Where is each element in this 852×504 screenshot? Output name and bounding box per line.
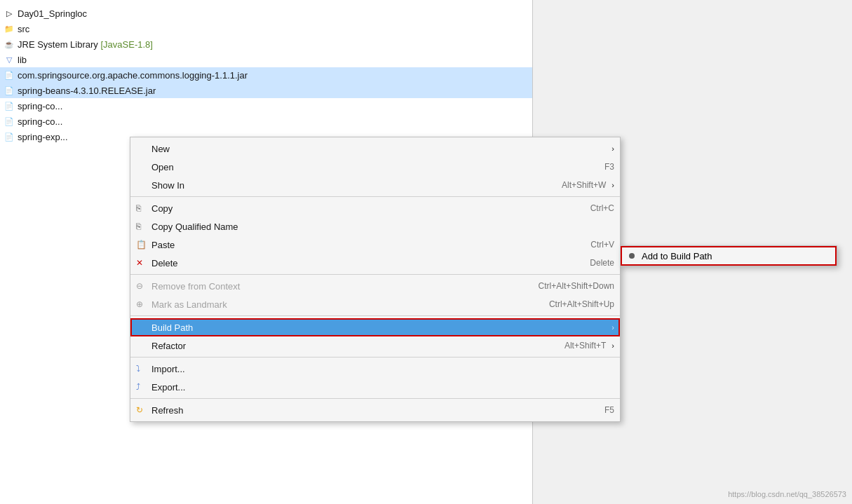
paste-icon: 📋: [136, 240, 147, 250]
tree-item-jar2[interactable]: 📄 spring-beans-4.3.10.RELEASE.jar: [0, 83, 532, 98]
menu-item-remove-context[interactable]: ⊖ Remove from Context Ctrl+Alt+Shift+Dow…: [130, 277, 620, 295]
new-arrow-icon: ›: [611, 144, 614, 153]
menu-item-new[interactable]: New ›: [130, 139, 620, 158]
menu-item-refactor[interactable]: Refactor Alt+Shift+T ›: [130, 336, 620, 355]
copy-shortcut: Ctrl+C: [590, 203, 614, 213]
tree-item-jar4[interactable]: 📄 spring-co...: [0, 114, 532, 129]
add-to-build-path-dot-icon: [629, 253, 635, 259]
src-label: src: [18, 24, 29, 34]
export-icon: ⤴: [136, 382, 140, 392]
remove-context-icon: ⊖: [136, 281, 143, 291]
refresh-shortcut: F5: [604, 405, 614, 415]
tree-item-jar3[interactable]: 📄 spring-co...: [0, 98, 532, 114]
menu-remove-context-label: Remove from Context: [151, 281, 539, 292]
project-label: Day01_Springloc: [18, 8, 87, 19]
menu-item-export[interactable]: ⤴ Export...: [130, 378, 620, 396]
show-in-arrow-icon: ›: [611, 181, 614, 189]
jar1-icon: 📄: [3, 69, 15, 81]
menu-refactor-label: Refactor: [151, 341, 564, 351]
menu-build-path-label: Build Path: [151, 322, 606, 333]
show-in-shortcut: Alt+Shift+W: [562, 180, 606, 190]
menu-item-copy-qualified[interactable]: ⎘ Copy Qualified Name: [130, 217, 620, 236]
jre-icon: ☕: [3, 39, 15, 50]
menu-item-open[interactable]: Open F3: [130, 158, 620, 176]
tree-item-lib[interactable]: ▽ lib: [0, 52, 532, 67]
jar4-icon: 📄: [3, 116, 15, 127]
refresh-icon: ↻: [136, 405, 143, 415]
build-path-arrow-icon: ›: [611, 323, 614, 332]
paste-shortcut: Ctrl+V: [590, 240, 614, 250]
open-shortcut: F3: [604, 162, 614, 172]
watermark: https://blog.csdn.net/qq_38526573: [728, 490, 846, 498]
jar3-icon: 📄: [3, 100, 15, 111]
tree-item-project[interactable]: ▷ Day01_Springloc: [0, 6, 532, 21]
menu-show-in-label: Show In: [151, 180, 562, 191]
menu-export-label: Export...: [151, 382, 614, 393]
src-icon: 📁: [3, 23, 15, 34]
mark-landmark-shortcut: Ctrl+Alt+Shift+Up: [549, 299, 614, 309]
menu-item-refresh[interactable]: ↻ Refresh F5: [130, 401, 620, 419]
menu-import-label: Import...: [151, 364, 614, 374]
menu-item-mark-landmark[interactable]: ⊕ Mark as Landmark Ctrl+Alt+Shift+Up: [130, 295, 620, 313]
menu-open-label: Open: [151, 162, 604, 172]
tree-item-src[interactable]: 📁 src: [0, 21, 532, 36]
menu-new-label: New: [151, 144, 606, 154]
build-path-submenu: Add to Build Path: [620, 245, 837, 266]
lib-label: lib: [18, 55, 27, 65]
refactor-shortcut: Alt+Shift+T: [564, 341, 606, 350]
menu-copy-label: Copy: [151, 203, 590, 214]
project-icon: ▷: [3, 8, 15, 19]
menu-section-5: ⤵ Import... ⤴ Export...: [130, 357, 620, 399]
delete-icon: ✕: [136, 258, 143, 268]
menu-refresh-label: Refresh: [151, 405, 604, 416]
remove-context-shortcut: Ctrl+Alt+Shift+Down: [539, 281, 614, 291]
submenu-item-add-to-build-path[interactable]: Add to Build Path: [621, 246, 837, 266]
menu-copy-qualified-label: Copy Qualified Name: [151, 222, 614, 232]
menu-item-import[interactable]: ⤵ Import...: [130, 360, 620, 378]
menu-mark-landmark-label: Mark as Landmark: [151, 299, 549, 310]
menu-item-paste[interactable]: 📋 Paste Ctrl+V: [130, 236, 620, 254]
menu-section-2: ⎘ Copy Ctrl+C ⎘ Copy Qualified Name 📋 Pa…: [130, 197, 620, 275]
menu-section-6: ↻ Refresh F5: [130, 399, 620, 421]
jar1-label: com.springsource.org.apache.commons.logg…: [18, 70, 248, 81]
tree-item-jar1[interactable]: 📄 com.springsource.org.apache.commons.lo…: [0, 67, 532, 83]
mark-landmark-icon: ⊕: [136, 299, 143, 309]
menu-paste-label: Paste: [151, 240, 590, 250]
jar3-label: spring-co...: [18, 101, 62, 111]
add-to-build-path-label: Add to Build Path: [642, 251, 712, 261]
jar2-label: spring-beans-4.3.10.RELEASE.jar: [18, 86, 156, 96]
copy-qualified-icon: ⎘: [136, 222, 141, 231]
jre-label: JRE System Library [JavaSE-1.8]: [18, 39, 153, 50]
menu-section-3: ⊖ Remove from Context Ctrl+Alt+Shift+Dow…: [130, 275, 620, 316]
menu-item-build-path[interactable]: Build Path ›: [130, 318, 620, 336]
import-icon: ⤵: [136, 364, 140, 374]
menu-delete-label: Delete: [151, 258, 590, 268]
jar4-label: spring-co...: [18, 116, 62, 127]
jar2-icon: 📄: [3, 85, 15, 96]
copy-icon: ⎘: [136, 203, 141, 213]
jar5-icon: 📄: [3, 131, 15, 142]
context-menu: New › Open F3 Show In Alt+Shift+W › ⎘ Co…: [130, 137, 621, 422]
menu-item-delete[interactable]: ✕ Delete Delete: [130, 254, 620, 272]
lib-expand-icon: ▽: [3, 54, 15, 65]
menu-item-show-in[interactable]: Show In Alt+Shift+W ›: [130, 176, 620, 194]
jar5-label: spring-exp...: [18, 132, 68, 142]
menu-section-1: New › Open F3 Show In Alt+Shift+W ›: [130, 137, 620, 197]
menu-item-copy[interactable]: ⎘ Copy Ctrl+C: [130, 199, 620, 217]
refactor-arrow-icon: ›: [611, 341, 614, 350]
tree-item-jre[interactable]: ☕ JRE System Library [JavaSE-1.8]: [0, 36, 532, 52]
menu-section-4: Build Path › Refactor Alt+Shift+T ›: [130, 316, 620, 357]
delete-shortcut: Delete: [590, 258, 614, 268]
